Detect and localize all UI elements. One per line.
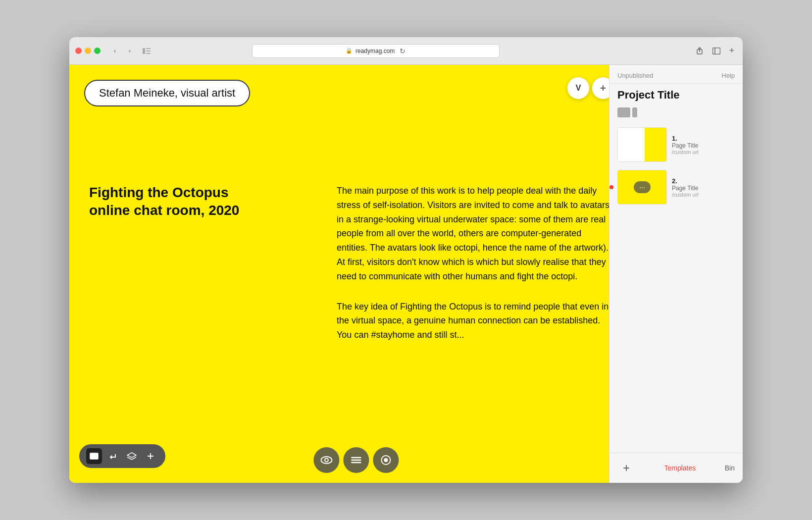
- svg-rect-5: [712, 48, 720, 54]
- close-traffic-light[interactable]: [75, 48, 82, 54]
- lock-icon: 🔒: [346, 48, 353, 54]
- url-text: readymag.com: [355, 48, 395, 54]
- eye-overlay-button[interactable]: [313, 447, 339, 473]
- rectangle-tool-button[interactable]: [86, 448, 102, 464]
- pages-list: 1. Page Title /custom url ··· 2. Page Ti…: [609, 123, 743, 453]
- main-text-block: The main purpose of this work is to help…: [337, 184, 609, 342]
- main-paragraph-2: The key idea of Fighting the Octopus is …: [337, 300, 609, 342]
- minimize-traffic-light[interactable]: [85, 48, 91, 54]
- svg-rect-0: [143, 48, 145, 54]
- add-page-button[interactable]: +: [617, 459, 635, 477]
- page-active-indicator: [609, 185, 613, 189]
- canvas-toolbar-right: V +: [567, 77, 609, 99]
- canvas-bottom-toolbar: [79, 444, 165, 468]
- page-item-1[interactable]: 1. Page Title /custom url: [617, 127, 735, 162]
- page-thumbnail-2: ···: [617, 170, 667, 205]
- forward-button[interactable]: ›: [123, 46, 136, 56]
- circle-overlay-button[interactable]: [373, 447, 399, 473]
- templates-button[interactable]: Templates: [664, 464, 696, 472]
- browser-actions: +: [693, 46, 737, 56]
- svg-rect-2: [146, 51, 151, 52]
- artist-name: Stefan Meineke, visual artist: [99, 87, 235, 99]
- browser-chrome: ‹ › 🔒 readymag.com ↻: [69, 37, 743, 65]
- sidebar-help-button[interactable]: Help: [721, 72, 735, 79]
- svg-point-11: [321, 457, 332, 464]
- bin-button[interactable]: Bin: [725, 464, 735, 472]
- grid-view-button[interactable]: [617, 107, 630, 117]
- page-url-1: /custom url: [672, 149, 735, 155]
- traffic-lights: [75, 48, 101, 54]
- main-paragraph-1: The main purpose of this work is to help…: [337, 184, 609, 284]
- sidebar-view-toggle: [609, 107, 743, 123]
- page-number-1: 1.: [672, 135, 735, 142]
- right-sidebar: Unpublished Help Project Title: [609, 65, 743, 483]
- svg-point-17: [384, 458, 388, 462]
- sidebar-toggle-button[interactable]: [140, 46, 153, 56]
- list-view-button[interactable]: [632, 107, 637, 117]
- svg-point-12: [325, 459, 328, 462]
- add-tab-button[interactable]: +: [727, 46, 737, 56]
- page-info-1: 1. Page Title /custom url: [672, 135, 735, 155]
- sidebar-header: Unpublished Help: [609, 65, 743, 84]
- main-area: Stefan Meineke, visual artist V + Fighti…: [69, 65, 743, 483]
- page-thumbnail-1: [617, 127, 667, 162]
- page-menu-button[interactable]: ···: [634, 181, 651, 193]
- artist-badge: Stefan Meineke, visual artist: [84, 80, 250, 106]
- browser-window: ‹ › 🔒 readymag.com ↻: [69, 37, 743, 483]
- canvas-area: Stefan Meineke, visual artist V + Fighti…: [69, 65, 609, 483]
- back-button[interactable]: ‹: [108, 46, 121, 56]
- enter-tool-button[interactable]: [105, 448, 121, 464]
- toolbar-plus-button[interactable]: +: [592, 77, 609, 99]
- add-tool-button[interactable]: [143, 448, 158, 464]
- page-name-2: Page Title: [672, 185, 735, 192]
- artwork-title-line2: online chat room, 2020: [89, 202, 239, 219]
- page-info-2: 2. Page Title /custom url: [672, 177, 735, 198]
- page-item-2[interactable]: ··· 2. Page Title /custom url: [617, 170, 735, 205]
- maximize-traffic-light[interactable]: [94, 48, 101, 54]
- canvas-overlay-controls: [313, 447, 399, 473]
- svg-rect-1: [146, 48, 151, 49]
- tab-button[interactable]: [710, 46, 723, 56]
- artwork-title-line1: Fighting the Octopus: [89, 184, 239, 202]
- page-url-2: /custom url: [672, 192, 735, 198]
- svg-rect-3: [146, 53, 151, 54]
- nav-buttons: ‹ ›: [108, 46, 136, 56]
- refresh-icon[interactable]: ↻: [400, 47, 406, 55]
- share-button[interactable]: [693, 46, 706, 56]
- page-number-2: 2.: [672, 177, 735, 185]
- layers-tool-button[interactable]: [124, 448, 140, 464]
- sidebar-footer: + Templates Bin: [609, 453, 743, 483]
- address-bar[interactable]: 🔒 readymag.com ↻: [252, 44, 500, 58]
- menu-overlay-button[interactable]: [343, 447, 369, 473]
- sidebar-status: Unpublished: [617, 72, 653, 79]
- page-name-1: Page Title: [672, 142, 735, 149]
- artwork-title: Fighting the Octopus online chat room, 2…: [89, 184, 239, 220]
- svg-marker-8: [127, 453, 136, 458]
- user-avatar[interactable]: V: [567, 77, 589, 99]
- svg-rect-7: [90, 453, 98, 459]
- project-title: Project Title: [609, 84, 743, 107]
